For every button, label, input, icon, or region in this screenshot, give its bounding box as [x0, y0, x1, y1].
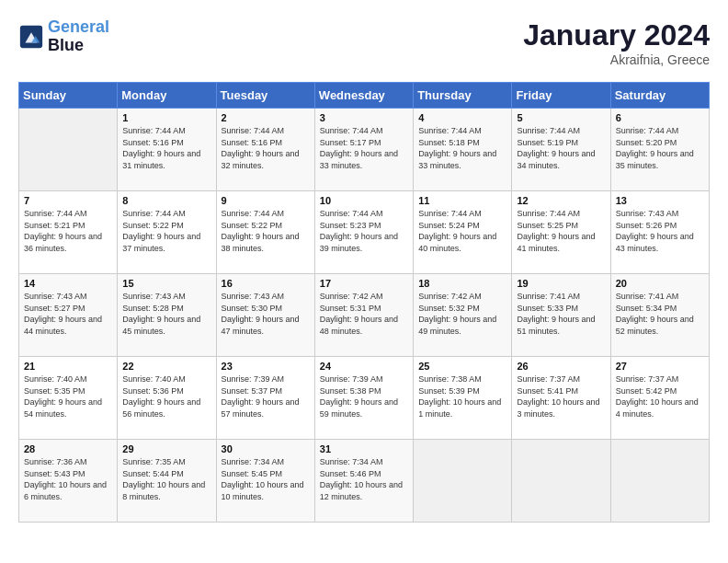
day-number: 7 — [24, 195, 112, 206]
month-title: January 2024 — [523, 18, 710, 52]
day-number: 23 — [222, 361, 310, 372]
day-number: 22 — [122, 361, 210, 372]
day-info: Sunrise: 7:34 AM Sunset: 5:46 PM Dayligh… — [320, 456, 408, 502]
header-monday: Monday — [118, 83, 216, 109]
day-info: Sunrise: 7:43 AM Sunset: 5:26 PM Dayligh… — [616, 208, 704, 254]
day-number: 8 — [122, 195, 210, 206]
calendar-cell: 30Sunrise: 7:34 AM Sunset: 5:45 PM Dayli… — [216, 440, 314, 523]
day-info: Sunrise: 7:44 AM Sunset: 5:24 PM Dayligh… — [418, 208, 506, 254]
calendar-cell — [414, 440, 512, 523]
day-number: 14 — [24, 278, 112, 289]
calendar-header-row: SundayMondayTuesdayWednesdayThursdayFrid… — [19, 83, 710, 109]
day-info: Sunrise: 7:42 AM Sunset: 5:32 PM Dayligh… — [418, 291, 506, 337]
day-info: Sunrise: 7:43 AM Sunset: 5:30 PM Dayligh… — [222, 291, 310, 337]
day-info: Sunrise: 7:37 AM Sunset: 5:42 PM Dayligh… — [616, 373, 704, 419]
day-number: 29 — [122, 443, 210, 454]
calendar-cell: 20Sunrise: 7:41 AM Sunset: 5:34 PM Dayli… — [610, 274, 709, 357]
calendar-cell: 23Sunrise: 7:39 AM Sunset: 5:37 PM Dayli… — [216, 357, 314, 440]
calendar-cell: 29Sunrise: 7:35 AM Sunset: 5:44 PM Dayli… — [118, 440, 216, 523]
calendar-week-3: 14Sunrise: 7:43 AM Sunset: 5:27 PM Dayli… — [19, 274, 710, 357]
header-friday: Friday — [512, 83, 610, 109]
logo-text: General Blue — [48, 18, 109, 55]
day-info: Sunrise: 7:44 AM Sunset: 5:18 PM Dayligh… — [418, 125, 506, 171]
day-info: Sunrise: 7:44 AM Sunset: 5:20 PM Dayligh… — [616, 125, 704, 171]
calendar-table: SundayMondayTuesdayWednesdayThursdayFrid… — [18, 82, 710, 523]
calendar-cell: 15Sunrise: 7:43 AM Sunset: 5:28 PM Dayli… — [118, 274, 216, 357]
calendar-cell: 31Sunrise: 7:34 AM Sunset: 5:46 PM Dayli… — [314, 440, 413, 523]
calendar-cell: 2Sunrise: 7:44 AM Sunset: 5:16 PM Daylig… — [216, 109, 314, 191]
day-number: 2 — [222, 112, 310, 123]
calendar-week-5: 28Sunrise: 7:36 AM Sunset: 5:43 PM Dayli… — [19, 440, 710, 523]
calendar-week-4: 21Sunrise: 7:40 AM Sunset: 5:35 PM Dayli… — [19, 357, 710, 440]
day-number: 11 — [418, 195, 506, 206]
day-info: Sunrise: 7:40 AM Sunset: 5:35 PM Dayligh… — [24, 373, 112, 419]
calendar-cell: 17Sunrise: 7:42 AM Sunset: 5:31 PM Dayli… — [314, 274, 413, 357]
calendar-cell: 26Sunrise: 7:37 AM Sunset: 5:41 PM Dayli… — [512, 357, 610, 440]
day-number: 31 — [320, 443, 408, 454]
calendar-cell: 25Sunrise: 7:38 AM Sunset: 5:39 PM Dayli… — [414, 357, 512, 440]
day-number: 13 — [616, 195, 704, 206]
day-number: 28 — [24, 443, 112, 454]
calendar-cell: 3Sunrise: 7:44 AM Sunset: 5:17 PM Daylig… — [314, 109, 413, 191]
day-number: 17 — [320, 278, 408, 289]
day-info: Sunrise: 7:44 AM Sunset: 5:17 PM Dayligh… — [320, 125, 408, 171]
calendar-cell: 22Sunrise: 7:40 AM Sunset: 5:36 PM Dayli… — [118, 357, 216, 440]
day-number: 9 — [222, 195, 310, 206]
calendar-cell: 8Sunrise: 7:44 AM Sunset: 5:22 PM Daylig… — [118, 191, 216, 274]
day-info: Sunrise: 7:44 AM Sunset: 5:25 PM Dayligh… — [517, 208, 605, 254]
calendar-cell: 28Sunrise: 7:36 AM Sunset: 5:43 PM Dayli… — [19, 440, 118, 523]
calendar-cell: 21Sunrise: 7:40 AM Sunset: 5:35 PM Dayli… — [19, 357, 118, 440]
day-number: 26 — [517, 361, 605, 372]
day-info: Sunrise: 7:38 AM Sunset: 5:39 PM Dayligh… — [418, 373, 506, 419]
day-number: 10 — [320, 195, 408, 206]
day-info: Sunrise: 7:43 AM Sunset: 5:27 PM Dayligh… — [24, 291, 112, 337]
calendar-cell — [512, 440, 610, 523]
header-thursday: Thursday — [414, 83, 512, 109]
day-number: 18 — [418, 278, 506, 289]
day-number: 5 — [517, 112, 605, 123]
day-info: Sunrise: 7:44 AM Sunset: 5:22 PM Dayligh… — [222, 208, 310, 254]
logo-icon — [18, 24, 44, 50]
header-tuesday: Tuesday — [216, 83, 314, 109]
calendar-cell: 12Sunrise: 7:44 AM Sunset: 5:25 PM Dayli… — [512, 191, 610, 274]
day-info: Sunrise: 7:40 AM Sunset: 5:36 PM Dayligh… — [122, 373, 210, 419]
calendar-cell: 27Sunrise: 7:37 AM Sunset: 5:42 PM Dayli… — [610, 357, 709, 440]
day-info: Sunrise: 7:39 AM Sunset: 5:38 PM Dayligh… — [320, 373, 408, 419]
day-info: Sunrise: 7:41 AM Sunset: 5:33 PM Dayligh… — [517, 291, 605, 337]
day-number: 24 — [320, 361, 408, 372]
day-info: Sunrise: 7:44 AM Sunset: 5:19 PM Dayligh… — [517, 125, 605, 171]
calendar-cell: 13Sunrise: 7:43 AM Sunset: 5:26 PM Dayli… — [610, 191, 709, 274]
day-info: Sunrise: 7:44 AM Sunset: 5:16 PM Dayligh… — [122, 125, 210, 171]
day-number: 27 — [616, 361, 704, 372]
location: Akraifnia, Greece — [523, 52, 710, 67]
calendar-cell: 19Sunrise: 7:41 AM Sunset: 5:33 PM Dayli… — [512, 274, 610, 357]
day-number: 1 — [122, 112, 210, 123]
page-header: General Blue January 2024 Akraifnia, Gre… — [18, 18, 710, 67]
calendar-cell: 1Sunrise: 7:44 AM Sunset: 5:16 PM Daylig… — [118, 109, 216, 191]
calendar-cell: 6Sunrise: 7:44 AM Sunset: 5:20 PM Daylig… — [610, 109, 709, 191]
calendar-cell: 11Sunrise: 7:44 AM Sunset: 5:24 PM Dayli… — [414, 191, 512, 274]
calendar-cell: 7Sunrise: 7:44 AM Sunset: 5:21 PM Daylig… — [19, 191, 118, 274]
day-number: 25 — [418, 361, 506, 372]
day-number: 15 — [122, 278, 210, 289]
day-number: 3 — [320, 112, 408, 123]
day-number: 30 — [222, 443, 310, 454]
logo: General Blue — [18, 18, 109, 55]
calendar-cell: 4Sunrise: 7:44 AM Sunset: 5:18 PM Daylig… — [414, 109, 512, 191]
day-info: Sunrise: 7:39 AM Sunset: 5:37 PM Dayligh… — [222, 373, 310, 419]
day-number: 21 — [24, 361, 112, 372]
calendar-cell: 5Sunrise: 7:44 AM Sunset: 5:19 PM Daylig… — [512, 109, 610, 191]
day-number: 16 — [222, 278, 310, 289]
calendar-cell: 18Sunrise: 7:42 AM Sunset: 5:32 PM Dayli… — [414, 274, 512, 357]
calendar-cell: 14Sunrise: 7:43 AM Sunset: 5:27 PM Dayli… — [19, 274, 118, 357]
day-info: Sunrise: 7:36 AM Sunset: 5:43 PM Dayligh… — [24, 456, 112, 502]
calendar-week-1: 1Sunrise: 7:44 AM Sunset: 5:16 PM Daylig… — [19, 109, 710, 191]
calendar-cell — [610, 440, 709, 523]
day-info: Sunrise: 7:44 AM Sunset: 5:16 PM Dayligh… — [222, 125, 310, 171]
calendar-cell — [19, 109, 118, 191]
calendar-cell: 10Sunrise: 7:44 AM Sunset: 5:23 PM Dayli… — [314, 191, 413, 274]
day-info: Sunrise: 7:37 AM Sunset: 5:41 PM Dayligh… — [517, 373, 605, 419]
day-info: Sunrise: 7:42 AM Sunset: 5:31 PM Dayligh… — [320, 291, 408, 337]
header-saturday: Saturday — [610, 83, 709, 109]
day-info: Sunrise: 7:44 AM Sunset: 5:23 PM Dayligh… — [320, 208, 408, 254]
